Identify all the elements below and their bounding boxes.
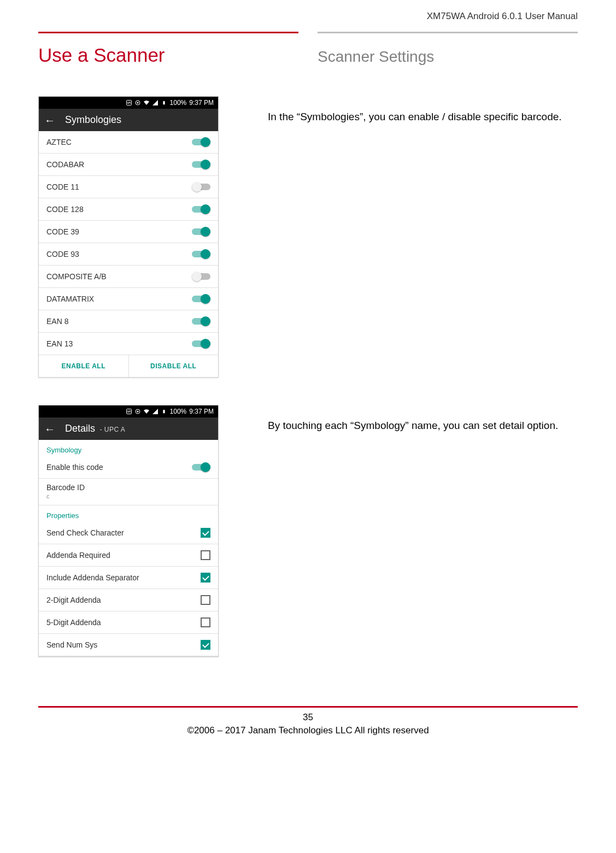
checkbox[interactable]	[201, 617, 210, 627]
back-icon[interactable]: ←	[44, 115, 55, 126]
header-rules	[38, 32, 578, 33]
footer-rule	[38, 706, 578, 708]
symbology-list: AZTEC CODABAR CODE 11 CODE 128 CODE 39 C…	[39, 131, 218, 355]
list-item[interactable]: EAN 13	[39, 333, 218, 355]
toggle[interactable]	[192, 249, 210, 259]
list-item-label: EAN 8	[46, 317, 68, 326]
toggle[interactable]	[192, 227, 210, 237]
toggle[interactable]	[192, 462, 210, 472]
paragraph-2: By touching each “Symbology” name, you c…	[268, 405, 578, 433]
location-icon	[134, 99, 141, 106]
checkbox[interactable]	[201, 595, 210, 605]
phone-col-1: 100% 9:37 PM ← Symbologies AZTEC CODABAR…	[38, 96, 219, 378]
phone-col-2: 100% 9:37 PM ← Details - UPC A Symbology…	[38, 405, 219, 657]
checkbox[interactable]	[201, 550, 210, 560]
content-row-2: 100% 9:37 PM ← Details - UPC A Symbology…	[38, 405, 578, 657]
list-item-label: CODE 39	[46, 227, 79, 236]
details-list: Symbology Enable this code Barcode ID c …	[39, 440, 218, 656]
list-item-label: DATAMATRIX	[46, 295, 94, 303]
footer-page-number: 35	[38, 711, 578, 724]
prop-label: 2-Digit Addenda	[46, 596, 101, 604]
toggle[interactable]	[192, 272, 210, 281]
toggle[interactable]	[192, 182, 210, 192]
barcode-id-row[interactable]: Barcode ID c	[39, 479, 218, 505]
prop-label: Addenda Required	[46, 551, 110, 560]
prop-row[interactable]: 5-Digit Addenda	[39, 611, 218, 634]
wifi-icon	[143, 99, 150, 106]
list-item-label: CODE 11	[46, 183, 79, 191]
status-icons	[126, 408, 167, 415]
back-icon[interactable]: ←	[44, 423, 55, 434]
list-item[interactable]: AZTEC	[39, 131, 218, 154]
prop-row[interactable]: Send Check Character	[39, 522, 218, 544]
toggle[interactable]	[192, 204, 210, 214]
checkbox[interactable]	[201, 573, 210, 583]
list-item[interactable]: CODE 11	[39, 176, 218, 198]
prop-label: Send Num Sys	[46, 640, 97, 649]
appbar-symbologies: ← Symbologies	[39, 109, 218, 131]
toggle[interactable]	[192, 137, 210, 147]
prop-label: 5-Digit Addenda	[46, 618, 101, 627]
svg-point-2	[137, 102, 138, 104]
wifi-icon	[143, 408, 150, 415]
list-item[interactable]: CODE 128	[39, 198, 218, 221]
list-item[interactable]: DATAMATRIX	[39, 288, 218, 310]
list-item-label: CODE 128	[46, 205, 84, 214]
barcode-id-value: c	[46, 493, 210, 499]
prop-row[interactable]: Include Addenda Separator	[39, 567, 218, 589]
list-item[interactable]: CODE 39	[39, 221, 218, 243]
enable-code-row[interactable]: Enable this code	[39, 456, 218, 479]
appbar-title: Details	[65, 423, 95, 434]
prop-row[interactable]: Send Num Sys	[39, 634, 218, 656]
svg-rect-8	[163, 410, 165, 413]
list-item-label: AZTEC	[46, 138, 72, 146]
page-title: Use a Scanner	[38, 44, 298, 66]
toggle[interactable]	[192, 339, 210, 349]
bottom-buttons: ENABLE ALL DISABLE ALL	[39, 355, 218, 377]
svg-point-7	[137, 411, 138, 413]
page: XM75WA Android 6.0.1 User Manual Use a S…	[0, 0, 616, 754]
list-item-label: CODABAR	[46, 160, 84, 169]
toggle[interactable]	[192, 160, 210, 169]
appbar-title: Symbologies	[65, 114, 121, 126]
toggle[interactable]	[192, 294, 210, 304]
status-icons	[126, 99, 167, 106]
list-item-label: EAN 13	[46, 339, 73, 348]
rule-right	[318, 32, 578, 33]
section-properties: Properties	[39, 505, 218, 522]
battery-label: 100%	[170, 99, 187, 107]
prop-label: Include Addenda Separator	[46, 573, 139, 582]
screenshot-symbologies: 100% 9:37 PM ← Symbologies AZTEC CODABAR…	[38, 96, 219, 378]
time-label: 9:37 PM	[189, 408, 214, 415]
section-symbology: Symbology	[39, 440, 218, 456]
screenshot-details: 100% 9:37 PM ← Details - UPC A Symbology…	[38, 405, 219, 657]
battery-icon	[161, 99, 167, 106]
toggle[interactable]	[192, 316, 210, 326]
prop-row[interactable]: 2-Digit Addenda	[39, 589, 218, 611]
battery-icon	[161, 408, 167, 415]
battery-label: 100%	[170, 408, 187, 415]
list-item-label: CODE 93	[46, 250, 79, 258]
prop-row[interactable]: Addenda Required	[39, 544, 218, 567]
svg-rect-3	[163, 101, 165, 104]
list-item[interactable]: CODE 93	[39, 243, 218, 266]
enable-code-label: Enable this code	[46, 463, 103, 472]
footer-copyright: ©2006 – 2017 Janam Technologies LLC All …	[38, 724, 578, 737]
page-subtitle: Scanner Settings	[318, 48, 578, 66]
appbar-subtitle: - UPC A	[99, 426, 125, 433]
rule-left	[38, 32, 298, 33]
checkbox[interactable]	[201, 640, 210, 650]
list-item[interactable]: COMPOSITE A/B	[39, 266, 218, 288]
paragraph-1: In the “Symbologies”, you can enable / d…	[268, 96, 578, 124]
disable-all-button[interactable]: DISABLE ALL	[128, 355, 219, 377]
doc-header: XM75WA Android 6.0.1 User Manual	[38, 11, 578, 32]
enable-all-button[interactable]: ENABLE ALL	[39, 355, 128, 377]
list-item[interactable]: EAN 8	[39, 310, 218, 333]
list-item[interactable]: CODABAR	[39, 154, 218, 176]
signal-icon	[152, 408, 159, 415]
checkbox[interactable]	[201, 528, 210, 538]
title-row: Use a Scanner Scanner Settings	[38, 44, 578, 66]
signal-icon	[152, 99, 159, 106]
barcode-id-label: Barcode ID	[46, 483, 210, 492]
nfc-icon	[126, 99, 132, 106]
